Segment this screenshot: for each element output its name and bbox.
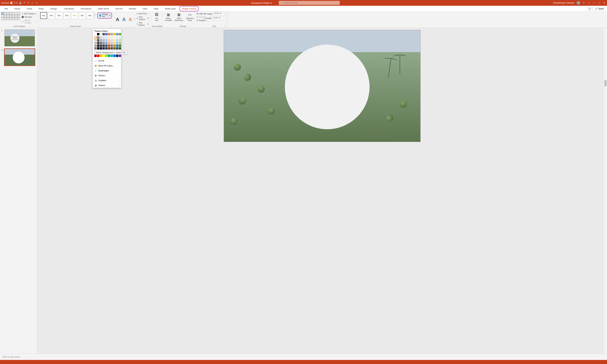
color-swatch[interactable] (113, 36, 116, 39)
color-swatch[interactable] (102, 39, 105, 41)
width-input[interactable]: 14,62 cm (213, 17, 223, 20)
eyedropper-item[interactable]: 💉Eyedropper (93, 68, 121, 73)
height-input[interactable]: 14,62 cm (213, 12, 224, 15)
color-swatch[interactable] (116, 44, 118, 47)
vertical-scrollbar[interactable] (604, 28, 607, 353)
picture-fill-item[interactable]: 🖼Picture... (93, 73, 121, 78)
undo-icon[interactable]: ↶ (23, 1, 26, 4)
shape-style-preset[interactable]: Abc (86, 12, 93, 19)
tab-shape-format[interactable]: Shape Format (179, 6, 199, 11)
text-outline-button[interactable]: A Text Outline ▾ (136, 15, 149, 21)
color-swatch[interactable] (119, 47, 121, 50)
styles-more-icon[interactable]: ▴▾▿ (94, 13, 95, 18)
tab-help[interactable]: Help (151, 6, 161, 11)
color-swatch[interactable] (116, 39, 118, 41)
tab-slidelizard[interactable]: SlideLizard (162, 6, 178, 11)
scrollbar-thumb[interactable] (605, 80, 607, 86)
color-swatch[interactable] (94, 33, 97, 35)
slide-thumbnail-1[interactable]: TROPICAL LEAVES ——— TRANSPARENT SHAPES (4, 29, 35, 46)
color-swatch[interactable] (108, 33, 110, 35)
color-swatch[interactable] (119, 39, 121, 41)
color-swatch[interactable] (100, 47, 102, 50)
color-swatch[interactable] (97, 47, 99, 50)
tab-transitions[interactable]: Transitions (61, 6, 77, 11)
color-swatch[interactable] (113, 44, 116, 47)
close-icon[interactable]: ✕ (603, 1, 606, 4)
from-beginning-icon[interactable]: ▭ (31, 1, 34, 4)
color-swatch[interactable] (105, 44, 108, 47)
color-swatch[interactable] (113, 47, 116, 50)
tab-slideshow[interactable]: Slide Show (95, 6, 112, 11)
color-swatch[interactable] (116, 55, 118, 57)
color-swatch[interactable] (119, 55, 121, 57)
text-fill-button[interactable]: A Text Fill ▾ (136, 12, 149, 15)
color-swatch[interactable] (100, 44, 102, 47)
tab-draw[interactable]: Draw (36, 6, 46, 11)
text-effects-button[interactable]: A Text Effects ▾ (136, 21, 149, 27)
document-name[interactable]: transparent-shapes ▾ (251, 2, 272, 4)
maximize-icon[interactable]: □ (598, 1, 601, 4)
notes-pane[interactable]: Click to add notes (0, 353, 607, 360)
collapse-ribbon-icon[interactable]: ^ (227, 12, 230, 27)
tab-record[interactable]: Record (113, 6, 125, 11)
autosave-toggle[interactable]: AutoSave Off (1, 2, 18, 4)
color-swatch[interactable] (113, 39, 116, 41)
shape-fill-button[interactable]: 🪣 Shape Fill ▾ (97, 13, 112, 19)
color-swatch[interactable] (102, 42, 105, 44)
color-swatch[interactable] (119, 42, 121, 44)
selection-pane-button[interactable]: ▭Selection Pane (185, 12, 195, 21)
tab-file[interactable]: File (2, 6, 11, 11)
tab-view[interactable]: View (140, 6, 150, 11)
color-swatch[interactable] (94, 39, 97, 41)
color-swatch[interactable] (97, 39, 99, 41)
color-swatch[interactable] (110, 42, 113, 44)
color-swatch[interactable] (97, 44, 99, 47)
texture-fill-item[interactable]: ▦Texture› (93, 83, 121, 88)
color-swatch[interactable] (110, 33, 113, 35)
color-swatch[interactable] (110, 39, 113, 41)
send-backward-button[interactable]: ▦Send Backward (174, 12, 184, 21)
color-swatch[interactable] (97, 42, 99, 44)
color-swatch[interactable] (100, 42, 102, 44)
wordart-more-icon[interactable]: ▴▾▿ (134, 17, 135, 22)
no-fill-item[interactable]: ▢No Fill (93, 58, 121, 63)
shape-style-preset[interactable]: Abc (71, 12, 78, 19)
color-swatch[interactable] (105, 42, 108, 44)
color-swatch[interactable] (113, 55, 116, 57)
wordart-preset[interactable]: A (128, 16, 133, 23)
slide-canvas[interactable]: Windows aktivieren Wechseln Sie zu den E… (224, 30, 420, 142)
tab-insert[interactable]: Insert (24, 6, 35, 11)
more-fill-colors-item[interactable]: 🎨More Fill Colors... (93, 63, 121, 68)
color-swatch[interactable] (108, 36, 110, 39)
pen-icon[interactable]: ✎ (583, 1, 585, 4)
color-swatch[interactable] (116, 47, 118, 50)
color-swatch[interactable] (105, 36, 108, 39)
search-box[interactable]: 🔍 (279, 1, 340, 5)
color-swatch[interactable] (100, 55, 102, 57)
color-swatch[interactable] (94, 44, 97, 47)
shape-style-preset[interactable]: Abc (79, 12, 86, 19)
share-button[interactable]: 🔗 Share (594, 7, 605, 11)
color-swatch[interactable] (110, 44, 113, 47)
color-swatch[interactable] (113, 33, 116, 35)
color-swatch[interactable] (97, 36, 99, 39)
color-swatch[interactable] (97, 33, 99, 35)
color-swatch[interactable] (105, 55, 108, 57)
tab-animations[interactable]: Animations (78, 6, 94, 11)
color-swatch[interactable] (102, 36, 105, 39)
shapes-gallery[interactable] (1, 12, 20, 20)
color-swatch[interactable] (105, 39, 108, 41)
color-swatch[interactable] (100, 33, 102, 35)
shape-style-preset[interactable]: Abc (56, 12, 63, 19)
color-swatch[interactable] (108, 55, 110, 57)
color-swatch[interactable] (94, 42, 97, 44)
tab-design[interactable]: Design (48, 6, 60, 11)
qat-more-icon[interactable]: ▾ (35, 1, 38, 4)
color-swatch[interactable] (113, 42, 116, 44)
color-swatch[interactable] (100, 36, 102, 39)
color-swatch[interactable] (119, 44, 121, 47)
shape-style-preset[interactable]: Abc (48, 12, 55, 19)
color-swatch[interactable] (110, 36, 113, 39)
wordart-preset[interactable]: A (121, 16, 127, 23)
color-swatch[interactable] (102, 47, 105, 50)
